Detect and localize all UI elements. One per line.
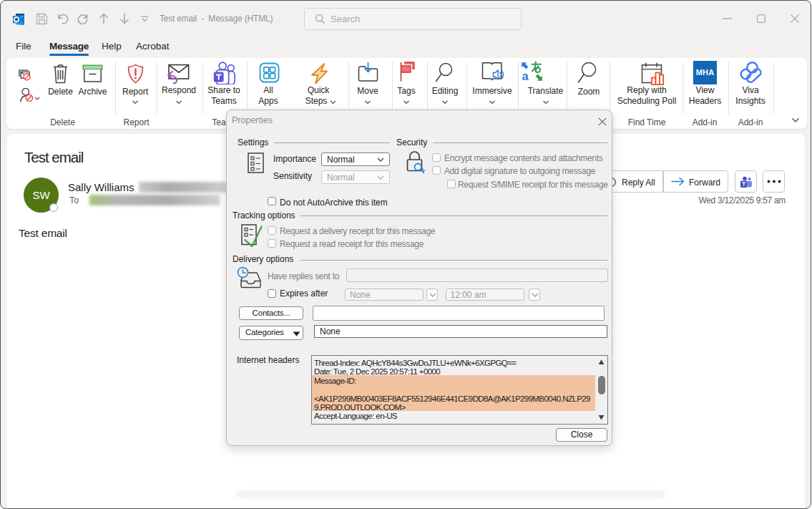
svg-text:a: a: [522, 69, 529, 82]
